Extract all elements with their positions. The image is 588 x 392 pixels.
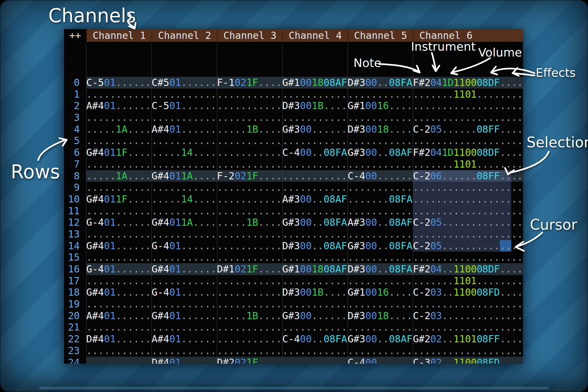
pattern-cell[interactable]: ........... bbox=[282, 321, 348, 333]
pattern-cell[interactable]: A#401...... bbox=[86, 310, 152, 322]
pattern-cell[interactable]: G#10016.... bbox=[348, 100, 413, 112]
pattern-cell[interactable]: ........... bbox=[217, 321, 282, 333]
pattern-cell[interactable]: ........... bbox=[152, 182, 217, 193]
pattern-cell[interactable]: G#401...... bbox=[86, 286, 152, 298]
pattern-cell[interactable]: ................... bbox=[413, 228, 523, 240]
pattern-cell[interactable]: G#401...... bbox=[86, 240, 152, 252]
pattern-cell[interactable]: .....1B.... bbox=[217, 123, 282, 135]
pattern-cell[interactable]: G-401...... bbox=[152, 240, 217, 252]
pattern-cell[interactable]: G#202..110108FF.... bbox=[413, 333, 523, 345]
pattern-cell[interactable]: D#401...... bbox=[152, 357, 217, 364]
pattern-cell[interactable]: ........... bbox=[152, 89, 217, 100]
pattern-cell[interactable]: ........... bbox=[282, 205, 348, 217]
pattern-cell[interactable]: C-400...... bbox=[348, 357, 413, 364]
pattern-cell[interactable]: D#300..08AF bbox=[282, 240, 348, 252]
pattern-cell[interactable]: ................... bbox=[413, 135, 523, 147]
pattern-cell[interactable]: ................... bbox=[413, 182, 523, 193]
pattern-cell[interactable]: G-401...... bbox=[152, 286, 217, 298]
pattern-cell[interactable]: D#300..08FA bbox=[348, 263, 413, 275]
pattern-cell[interactable]: C-501...... bbox=[152, 100, 217, 112]
pattern-cell[interactable]: ........... bbox=[217, 193, 282, 205]
pattern-cell[interactable]: C-302..110008FD.... bbox=[413, 357, 523, 364]
pattern-cell[interactable]: ........... bbox=[348, 205, 413, 217]
pattern-cell[interactable]: ........... bbox=[217, 286, 282, 298]
pattern-cell[interactable]: ........... bbox=[86, 89, 152, 100]
pattern-cell[interactable]: F#2041D110008DF.... bbox=[413, 77, 523, 89]
pattern-cell[interactable]: ........... bbox=[217, 182, 282, 193]
pattern-cell[interactable]: ........... bbox=[217, 298, 282, 310]
pattern-cell[interactable]: ........... bbox=[348, 158, 413, 170]
pattern-cell[interactable]: C-205.............. bbox=[413, 217, 523, 228]
pattern-cell[interactable]: ........... bbox=[282, 182, 348, 193]
pattern-cell[interactable]: ........... bbox=[86, 112, 152, 123]
pattern-cell[interactable]: D#2021F.... bbox=[217, 357, 282, 364]
pattern-cell[interactable]: ........... bbox=[86, 345, 152, 357]
pattern-cell[interactable]: D#300..08FA bbox=[348, 77, 413, 89]
pattern-cell[interactable]: C-501...... bbox=[86, 77, 152, 89]
pattern-cell[interactable]: ................... bbox=[413, 100, 523, 112]
pattern-cell[interactable]: ........... bbox=[217, 333, 282, 345]
pattern-cell[interactable]: ........... bbox=[348, 228, 413, 240]
channel-header[interactable]: Channel 1 bbox=[86, 29, 152, 42]
pattern-cell[interactable]: ........... bbox=[282, 298, 348, 310]
pattern-cell[interactable]: ........... bbox=[217, 112, 282, 123]
pattern-cell[interactable]: ........... bbox=[348, 275, 413, 287]
pattern-cell[interactable]: ........... bbox=[217, 228, 282, 240]
pattern-cell[interactable]: ........... bbox=[348, 135, 413, 147]
pattern-cell[interactable]: ........... bbox=[86, 135, 152, 147]
pattern-cell[interactable]: ................... bbox=[413, 205, 523, 217]
pattern-cell[interactable]: .......1101........ bbox=[413, 89, 523, 100]
pattern-cell[interactable]: G#300..08FA bbox=[348, 240, 413, 252]
pattern-cell[interactable]: .....14.... bbox=[152, 193, 217, 205]
channel-header[interactable]: Channel 6 bbox=[413, 29, 478, 42]
pattern-cell[interactable]: ........... bbox=[348, 345, 413, 357]
pattern-cell[interactable]: ........... bbox=[217, 252, 282, 263]
pattern-cell[interactable]: G#300...... bbox=[282, 310, 348, 322]
pattern-cell[interactable]: A#300..08AF bbox=[282, 193, 348, 205]
pattern-cell[interactable]: ........... bbox=[348, 182, 413, 193]
pattern-cell[interactable]: A#300..08AF bbox=[348, 217, 413, 228]
pattern-cell[interactable]: ........... bbox=[282, 112, 348, 123]
pattern-cell[interactable]: ........... bbox=[282, 135, 348, 147]
pattern-cell[interactable]: C-203.............. bbox=[413, 310, 523, 322]
pattern-cell[interactable]: G#300...... bbox=[282, 123, 348, 135]
pattern-cell[interactable]: ........... bbox=[217, 275, 282, 287]
pattern-cell[interactable]: ........... bbox=[348, 321, 413, 333]
pattern-cell[interactable]: D#1021F.... bbox=[217, 263, 282, 275]
pattern-cell[interactable]: ........... bbox=[348, 89, 413, 100]
pattern-cell[interactable]: ........... bbox=[348, 298, 413, 310]
pattern-cell[interactable]: G#401...... bbox=[152, 310, 217, 322]
pattern-cell[interactable]: ........... bbox=[217, 147, 282, 158]
pattern-cell[interactable]: .....1B.... bbox=[217, 217, 282, 228]
pattern-cell[interactable]: G-401...... bbox=[86, 263, 152, 275]
pattern-cell[interactable]: ........... bbox=[86, 275, 152, 287]
pattern-cell[interactable]: F-1021F.... bbox=[217, 77, 282, 89]
pattern-cell[interactable]: D#401...... bbox=[86, 333, 152, 345]
pattern-cell[interactable]: G#1001808AF bbox=[282, 263, 348, 275]
channel-header[interactable]: Channel 2 bbox=[152, 29, 217, 42]
pattern-cell[interactable]: ........... bbox=[217, 135, 282, 147]
pattern-cell[interactable]: G#300..08FA bbox=[282, 217, 348, 228]
pattern-cell[interactable]: G#4011A.... bbox=[152, 217, 217, 228]
pattern-cell[interactable]: C-400..08FA bbox=[282, 147, 348, 158]
pattern-cell[interactable]: C#501...... bbox=[152, 77, 217, 89]
pattern-cell[interactable]: .......1101........ bbox=[413, 158, 523, 170]
pattern-cell[interactable]: ........... bbox=[152, 158, 217, 170]
pattern-cell[interactable]: ........... bbox=[152, 345, 217, 357]
pattern-cell[interactable]: .....14.... bbox=[152, 147, 217, 158]
pattern-cell[interactable]: ........... bbox=[217, 345, 282, 357]
channel-header[interactable]: Channel 4 bbox=[282, 29, 348, 42]
pattern-cell[interactable]: ........... bbox=[86, 158, 152, 170]
pattern-cell[interactable]: ........... bbox=[152, 321, 217, 333]
pattern-cell[interactable]: ........... bbox=[217, 89, 282, 100]
pattern-cell[interactable]: F#2041D110008DF.... bbox=[413, 147, 523, 158]
pattern-cell[interactable]: ........... bbox=[152, 275, 217, 287]
pattern-cell[interactable]: C-400...... bbox=[348, 170, 413, 182]
channel-header[interactable]: Channel 3 bbox=[217, 29, 282, 42]
pattern-cell[interactable]: ........... bbox=[282, 252, 348, 263]
channel-header[interactable]: Channel 5 bbox=[348, 29, 413, 42]
pattern-cell[interactable]: C-205.............. bbox=[413, 240, 523, 252]
pattern-cell[interactable]: ................... bbox=[413, 193, 523, 205]
pattern-cell[interactable]: ........... bbox=[152, 112, 217, 123]
pattern-cell[interactable]: ................... bbox=[413, 112, 523, 123]
